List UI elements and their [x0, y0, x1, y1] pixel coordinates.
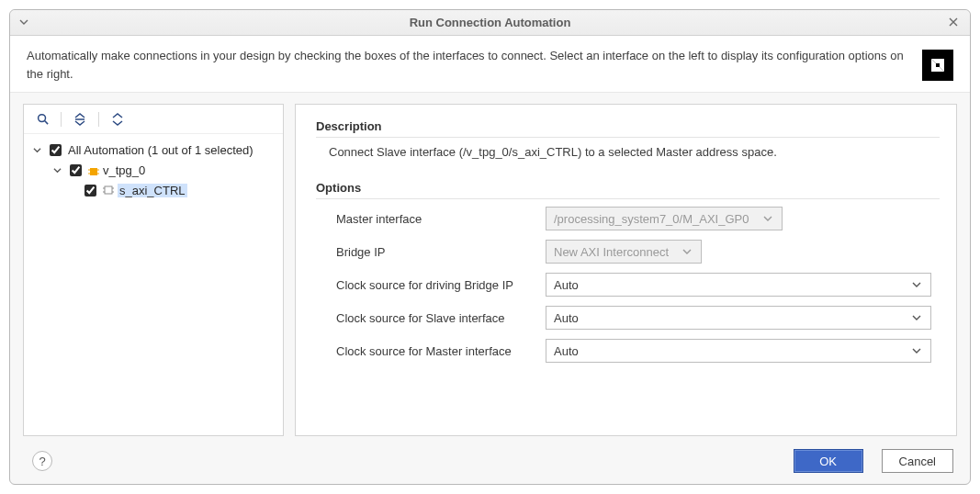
combo-value: New AXI Interconnect: [554, 245, 681, 259]
details-panel: Description Connect Slave interface (/v_…: [295, 104, 957, 436]
combo-bridge-ip[interactable]: New AXI Interconnect: [546, 240, 702, 264]
svg-line-1: [44, 121, 48, 125]
option-label-clk-slave: Clock source for Slave interface: [336, 311, 546, 325]
tree-label: v_tpg_0: [103, 163, 145, 177]
tree-panel: All Automation (1 out of 1 selected) v_t…: [23, 104, 284, 436]
chevron-down-icon[interactable]: [31, 146, 42, 154]
checkbox-all-automation[interactable]: [50, 144, 62, 156]
combo-clk-master[interactable]: Auto: [546, 339, 931, 363]
tree-label: All Automation (1 out of 1 selected): [68, 143, 253, 157]
option-label-clk-bridge: Clock source for driving Bridge IP: [336, 278, 546, 292]
combo-value: /processing_system7_0/M_AXI_GP0: [554, 212, 761, 226]
dialog-footer: ? OK Cancel: [10, 442, 970, 484]
combo-clk-slave[interactable]: Auto: [546, 306, 931, 330]
tree-row-all-automation[interactable]: All Automation (1 out of 1 selected): [28, 140, 279, 160]
chevron-down-icon: [910, 313, 923, 322]
expand-all-icon[interactable]: [108, 110, 127, 129]
collapse-all-icon[interactable]: [71, 110, 89, 129]
titlebar: Run Connection Automation: [10, 10, 970, 36]
option-label-master: Master interface: [336, 212, 546, 226]
option-label-bridge: Bridge IP: [336, 245, 546, 259]
tree-row-ip[interactable]: v_tpg_0: [28, 160, 279, 180]
chevron-down-icon: [910, 346, 923, 355]
combo-value: Auto: [554, 278, 910, 292]
description-text: Connect Slave interface (/v_tpg_0/s_axi_…: [316, 145, 940, 159]
chevron-down-icon: [761, 214, 774, 223]
interface-icon: [103, 185, 114, 196]
svg-point-0: [38, 115, 45, 122]
chevron-down-icon: [910, 280, 923, 289]
cancel-button[interactable]: Cancel: [882, 449, 953, 473]
options-heading: Options: [316, 175, 940, 199]
svg-rect-3: [90, 168, 97, 175]
dialog-frame: Run Connection Automation Automatically …: [9, 9, 971, 485]
help-icon[interactable]: ?: [32, 451, 52, 471]
tree: All Automation (1 out of 1 selected) v_t…: [24, 134, 283, 204]
amd-logo-icon: [922, 50, 953, 81]
combo-clk-bridge[interactable]: Auto: [546, 273, 931, 297]
chevron-down-icon: [681, 247, 693, 256]
ok-button[interactable]: OK: [794, 449, 863, 473]
combo-value: Auto: [554, 344, 910, 358]
dialog-header: Automatically make connections in your d…: [10, 36, 970, 93]
combo-value: Auto: [554, 311, 910, 325]
checkbox-interface[interactable]: [84, 185, 96, 196]
search-icon[interactable]: [33, 110, 51, 129]
close-icon[interactable]: [944, 13, 963, 31]
checkbox-ip[interactable]: [70, 164, 82, 176]
combo-master-interface[interactable]: /processing_system7_0/M_AXI_GP0: [546, 207, 783, 230]
description-heading: Description: [316, 114, 940, 138]
tree-label-selected: s_axi_CTRL: [118, 184, 187, 197]
chevron-down-icon[interactable]: [51, 166, 62, 174]
tree-row-interface[interactable]: s_axi_CTRL: [28, 180, 279, 200]
tree-toolbar: [24, 105, 283, 134]
svg-rect-8: [105, 186, 112, 194]
window-title: Run Connection Automation: [410, 16, 571, 29]
option-label-clk-master: Clock source for Master interface: [336, 344, 546, 358]
ip-block-icon: [88, 165, 99, 174]
window-menu-icon[interactable]: [16, 14, 32, 30]
header-text: Automatically make connections in your d…: [27, 47, 911, 83]
options-grid: Master interface /processing_system7_0/M…: [316, 207, 940, 363]
